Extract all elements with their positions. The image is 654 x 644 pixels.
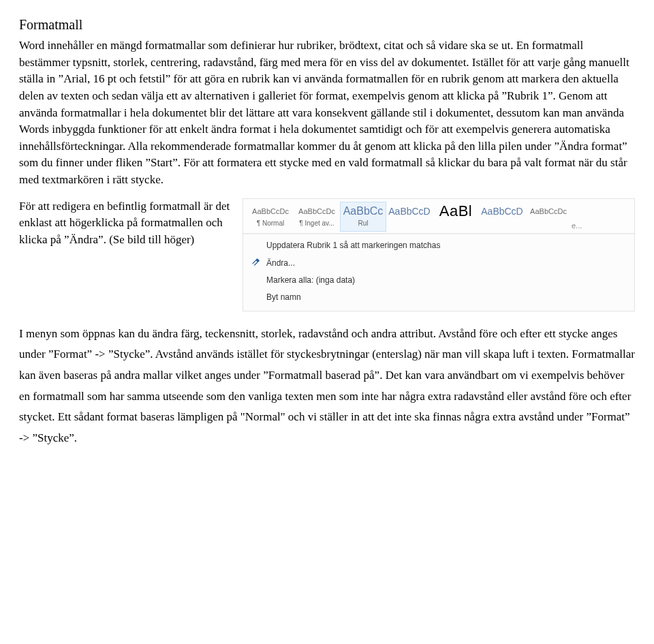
- style-tile-5[interactable]: AaBl: [433, 202, 479, 232]
- paragraph-3: I menyn som öppnas kan du ändra färg, te…: [19, 324, 635, 449]
- style-tile-ingetav[interactable]: AaBbCcDc ¶ Inget av...: [294, 202, 340, 232]
- style-tile-rubrik[interactable]: AaBbCc Rul: [340, 202, 386, 232]
- gallery-more[interactable]: e...: [572, 221, 585, 232]
- modify-icon: [250, 258, 261, 269]
- style-tile-6[interactable]: AaBbCcD: [479, 202, 525, 232]
- ctx-label: Ändra...: [266, 258, 295, 269]
- paragraph-1: Word innehåller en mängd formatmallar so…: [19, 37, 635, 189]
- style-label: ¶ Normal: [249, 219, 292, 229]
- ctx-rename[interactable]: • Byt namn: [243, 289, 634, 306]
- ctx-label: Byt namn: [266, 292, 301, 303]
- style-sample: AaBbCcD: [481, 204, 523, 219]
- style-sample: AaBbCcD: [388, 204, 431, 219]
- ctx-label: Markera alla: (inga data): [266, 275, 355, 286]
- styles-gallery: AaBbCcDc ¶ Normal AaBbCcDc ¶ Inget av...…: [243, 199, 634, 234]
- ctx-modify[interactable]: Ändra...: [243, 255, 634, 272]
- style-sample: AaBl: [435, 204, 477, 219]
- blank-icon: •: [250, 275, 261, 286]
- paragraph-left: För att redigera en befintlig formatmall…: [19, 198, 230, 249]
- style-tile-4[interactable]: AaBbCcD: [386, 202, 433, 232]
- ctx-label: Uppdatera Rubrik 1 så att markeringen ma…: [266, 240, 440, 251]
- style-tile-normal[interactable]: AaBbCcDc ¶ Normal: [247, 202, 294, 232]
- style-sample: AaBbCcDc: [296, 204, 338, 219]
- blank-icon: •: [250, 241, 261, 251]
- style-sample: AaBbCcDc: [249, 204, 292, 219]
- blank-icon: •: [250, 292, 261, 303]
- style-sample: AaBbCcDc: [527, 204, 570, 219]
- ctx-update-style[interactable]: • Uppdatera Rubrik 1 så att markeringen …: [243, 237, 634, 254]
- style-label: ¶ Inget av...: [296, 219, 338, 229]
- ctx-select-all[interactable]: • Markera alla: (inga data): [243, 272, 634, 289]
- style-label: Rul: [342, 219, 384, 229]
- section-heading: Formatmall: [19, 15, 635, 35]
- style-sample: AaBbCc: [342, 204, 384, 219]
- style-tile-7[interactable]: AaBbCcDc: [525, 202, 572, 232]
- context-menu: • Uppdatera Rubrik 1 så att markeringen …: [243, 234, 634, 311]
- word-styles-screenshot: AaBbCcDc ¶ Normal AaBbCcDc ¶ Inget av...…: [243, 198, 635, 311]
